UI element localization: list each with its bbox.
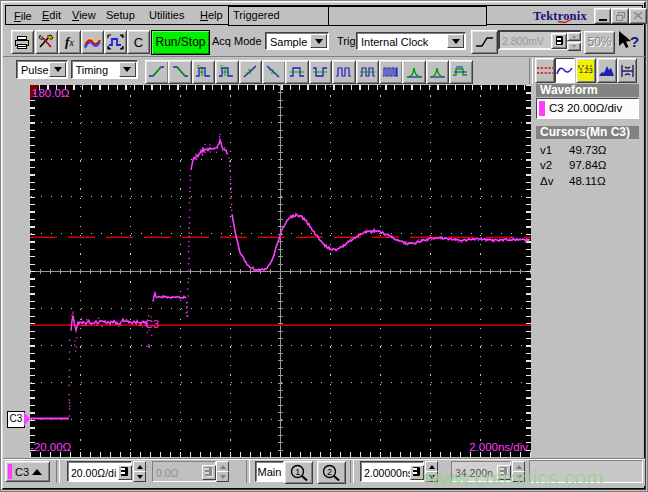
- svg-text:2: 2: [327, 467, 332, 477]
- svg-text:180.0Ω: 180.0Ω: [32, 87, 70, 99]
- svg-text:F: F: [197, 64, 200, 70]
- svg-text:C3: C3: [145, 318, 159, 330]
- svg-text:1.23: 1.23: [579, 67, 593, 74]
- svg-text:2.000ns/div: 2.000ns/div: [469, 441, 528, 453]
- svg-text:?: ?: [630, 33, 639, 50]
- svg-text:F: F: [220, 64, 223, 70]
- svg-text:-20.00Ω: -20.00Ω: [30, 441, 72, 453]
- svg-text:1: 1: [295, 467, 300, 477]
